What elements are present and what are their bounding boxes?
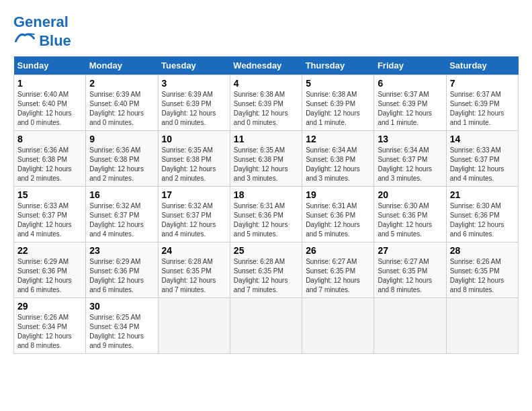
header-row: SundayMondayTuesdayWednesdayThursdayFrid…	[14, 56, 519, 75]
day-number: 10	[162, 134, 226, 144]
day-info: Sunrise: 6:30 AM Sunset: 6:36 PM Dayligh…	[450, 201, 515, 239]
day-info: Sunrise: 6:37 AM Sunset: 6:39 PM Dayligh…	[450, 90, 515, 128]
day-info: Sunrise: 6:39 AM Sunset: 6:39 PM Dayligh…	[162, 90, 226, 128]
day-info: Sunrise: 6:38 AM Sunset: 6:39 PM Dayligh…	[306, 90, 370, 128]
day-number: 1	[17, 78, 82, 89]
calendar-cell	[446, 298, 518, 354]
day-number: 12	[306, 134, 370, 144]
day-info: Sunrise: 6:32 AM Sunset: 6:37 PM Dayligh…	[89, 201, 154, 239]
day-info: Sunrise: 6:26 AM Sunset: 6:34 PM Dayligh…	[17, 313, 82, 351]
day-info: Sunrise: 6:25 AM Sunset: 6:34 PM Dayligh…	[89, 313, 154, 351]
logo-text: General Blue	[13, 13, 71, 50]
logo-general: General	[13, 13, 69, 30]
logo-icon	[15, 31, 35, 46]
calendar-cell	[158, 298, 230, 354]
day-info: Sunrise: 6:27 AM Sunset: 6:35 PM Dayligh…	[306, 257, 370, 295]
day-number: 20	[378, 189, 442, 200]
calendar-cell: 5 Sunrise: 6:38 AM Sunset: 6:39 PM Dayli…	[302, 75, 374, 131]
calendar-cell: 15 Sunrise: 6:33 AM Sunset: 6:37 PM Dayl…	[14, 187, 86, 242]
day-number: 24	[162, 245, 226, 256]
day-info: Sunrise: 6:35 AM Sunset: 6:38 PM Dayligh…	[234, 146, 298, 183]
calendar-cell: 4 Sunrise: 6:38 AM Sunset: 6:39 PM Dayli…	[230, 75, 302, 131]
week-row-5: 29 Sunrise: 6:26 AM Sunset: 6:34 PM Dayl…	[14, 298, 519, 354]
week-row-2: 8 Sunrise: 6:36 AM Sunset: 6:38 PM Dayli…	[14, 131, 519, 187]
calendar-cell: 18 Sunrise: 6:31 AM Sunset: 6:36 PM Dayl…	[230, 187, 302, 242]
day-number: 26	[306, 245, 370, 256]
week-row-3: 15 Sunrise: 6:33 AM Sunset: 6:37 PM Dayl…	[14, 187, 519, 242]
day-info: Sunrise: 6:29 AM Sunset: 6:36 PM Dayligh…	[17, 257, 82, 295]
calendar-cell: 30 Sunrise: 6:25 AM Sunset: 6:34 PM Dayl…	[86, 298, 158, 354]
day-number: 6	[378, 78, 442, 89]
day-number: 7	[450, 78, 515, 89]
day-number: 15	[17, 189, 82, 200]
week-row-4: 22 Sunrise: 6:29 AM Sunset: 6:36 PM Dayl…	[14, 242, 519, 298]
day-number: 30	[89, 301, 154, 312]
day-info: Sunrise: 6:36 AM Sunset: 6:38 PM Dayligh…	[89, 146, 154, 183]
calendar-cell: 13 Sunrise: 6:34 AM Sunset: 6:37 PM Dayl…	[374, 131, 446, 187]
day-number: 5	[306, 78, 370, 89]
calendar-table: SundayMondayTuesdayWednesdayThursdayFrid…	[13, 56, 519, 354]
calendar-cell: 19 Sunrise: 6:31 AM Sunset: 6:36 PM Dayl…	[302, 187, 374, 242]
calendar-cell: 12 Sunrise: 6:34 AM Sunset: 6:38 PM Dayl…	[302, 131, 374, 187]
calendar-cell: 24 Sunrise: 6:28 AM Sunset: 6:35 PM Dayl…	[158, 242, 230, 298]
day-number: 9	[89, 134, 154, 144]
day-number: 25	[234, 245, 298, 256]
calendar-cell	[230, 298, 302, 354]
day-number: 21	[450, 189, 515, 200]
header-tuesday: Tuesday	[158, 56, 230, 75]
calendar-cell: 14 Sunrise: 6:33 AM Sunset: 6:37 PM Dayl…	[446, 131, 518, 187]
day-number: 4	[234, 78, 298, 89]
header-monday: Monday	[86, 56, 158, 75]
day-number: 16	[89, 189, 154, 200]
calendar-cell: 3 Sunrise: 6:39 AM Sunset: 6:39 PM Dayli…	[158, 75, 230, 131]
logo-blue: Blue	[39, 32, 71, 49]
day-info: Sunrise: 6:37 AM Sunset: 6:39 PM Dayligh…	[378, 90, 442, 128]
day-info: Sunrise: 6:36 AM Sunset: 6:38 PM Dayligh…	[17, 146, 82, 183]
header-saturday: Saturday	[446, 56, 518, 75]
calendar-cell: 29 Sunrise: 6:26 AM Sunset: 6:34 PM Dayl…	[14, 298, 86, 354]
page-header: General Blue	[13, 13, 519, 50]
day-number: 18	[234, 189, 298, 200]
day-number: 13	[378, 134, 442, 144]
day-info: Sunrise: 6:31 AM Sunset: 6:36 PM Dayligh…	[306, 201, 370, 239]
day-info: Sunrise: 6:40 AM Sunset: 6:40 PM Dayligh…	[17, 90, 82, 128]
header-friday: Friday	[374, 56, 446, 75]
day-number: 3	[162, 78, 226, 89]
calendar-cell	[374, 298, 446, 354]
day-number: 23	[89, 245, 154, 256]
calendar-cell: 11 Sunrise: 6:35 AM Sunset: 6:38 PM Dayl…	[230, 131, 302, 187]
day-info: Sunrise: 6:34 AM Sunset: 6:38 PM Dayligh…	[306, 146, 370, 183]
day-number: 29	[17, 301, 82, 312]
day-info: Sunrise: 6:28 AM Sunset: 6:35 PM Dayligh…	[162, 257, 226, 295]
day-info: Sunrise: 6:31 AM Sunset: 6:36 PM Dayligh…	[234, 201, 298, 239]
calendar-cell	[302, 298, 374, 354]
day-info: Sunrise: 6:33 AM Sunset: 6:37 PM Dayligh…	[17, 201, 82, 239]
calendar-cell: 20 Sunrise: 6:30 AM Sunset: 6:36 PM Dayl…	[374, 187, 446, 242]
calendar-cell: 6 Sunrise: 6:37 AM Sunset: 6:39 PM Dayli…	[374, 75, 446, 131]
header-thursday: Thursday	[302, 56, 374, 75]
week-row-1: 1 Sunrise: 6:40 AM Sunset: 6:40 PM Dayli…	[14, 75, 519, 131]
calendar-cell: 26 Sunrise: 6:27 AM Sunset: 6:35 PM Dayl…	[302, 242, 374, 298]
day-info: Sunrise: 6:30 AM Sunset: 6:36 PM Dayligh…	[378, 201, 442, 239]
header-sunday: Sunday	[14, 56, 86, 75]
calendar-cell: 2 Sunrise: 6:39 AM Sunset: 6:40 PM Dayli…	[86, 75, 158, 131]
day-info: Sunrise: 6:38 AM Sunset: 6:39 PM Dayligh…	[234, 90, 298, 128]
calendar-cell: 8 Sunrise: 6:36 AM Sunset: 6:38 PM Dayli…	[14, 131, 86, 187]
day-number: 27	[378, 245, 442, 256]
calendar-cell: 7 Sunrise: 6:37 AM Sunset: 6:39 PM Dayli…	[446, 75, 518, 131]
calendar-cell: 25 Sunrise: 6:28 AM Sunset: 6:35 PM Dayl…	[230, 242, 302, 298]
calendar-cell: 27 Sunrise: 6:27 AM Sunset: 6:35 PM Dayl…	[374, 242, 446, 298]
day-info: Sunrise: 6:26 AM Sunset: 6:35 PM Dayligh…	[450, 257, 515, 295]
day-info: Sunrise: 6:33 AM Sunset: 6:37 PM Dayligh…	[450, 146, 515, 183]
day-number: 14	[450, 134, 515, 144]
calendar-cell: 28 Sunrise: 6:26 AM Sunset: 6:35 PM Dayl…	[446, 242, 518, 298]
day-info: Sunrise: 6:32 AM Sunset: 6:37 PM Dayligh…	[162, 201, 226, 239]
day-number: 2	[89, 78, 154, 89]
calendar-cell: 10 Sunrise: 6:35 AM Sunset: 6:38 PM Dayl…	[158, 131, 230, 187]
calendar-cell: 17 Sunrise: 6:32 AM Sunset: 6:37 PM Dayl…	[158, 187, 230, 242]
calendar-cell: 9 Sunrise: 6:36 AM Sunset: 6:38 PM Dayli…	[86, 131, 158, 187]
calendar-cell: 16 Sunrise: 6:32 AM Sunset: 6:37 PM Dayl…	[86, 187, 158, 242]
day-number: 17	[162, 189, 226, 200]
logo: General Blue	[13, 13, 71, 50]
day-info: Sunrise: 6:28 AM Sunset: 6:35 PM Dayligh…	[234, 257, 298, 295]
